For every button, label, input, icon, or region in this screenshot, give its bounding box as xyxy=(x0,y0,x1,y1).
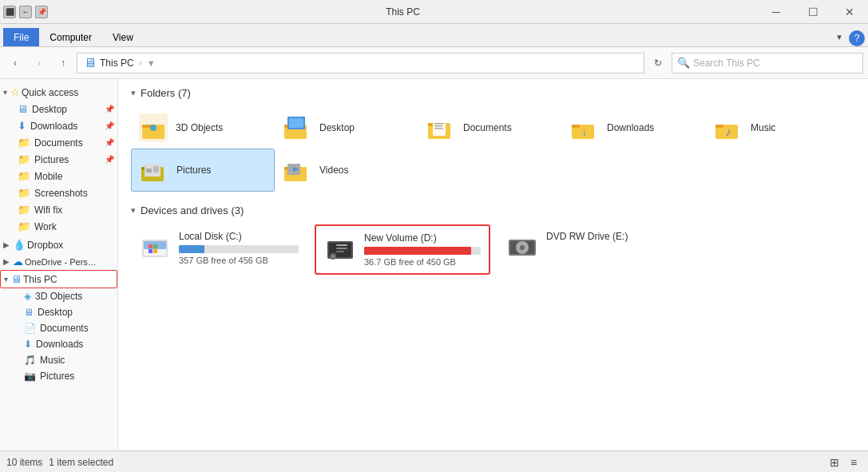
up-button[interactable]: ↑ xyxy=(53,53,73,73)
sidebar-item-pictures[interactable]: 📁 Pictures 📌 xyxy=(0,151,117,168)
folder-3dobjects[interactable]: 3D Objects xyxy=(131,107,275,149)
folder-documents[interactable]: Documents xyxy=(418,107,562,149)
sidebar-item-downloads[interactable]: ⬇ Downloads 📌 xyxy=(0,117,117,134)
sidebar-wififix-label: Wifi fix xyxy=(34,204,62,216)
ribbon-collapse-button[interactable]: ▼ xyxy=(830,27,849,46)
sidebar-item-music2[interactable]: 🎵 Music xyxy=(0,352,117,368)
drive-d-info: New Volume (D:) 36.7 GB free of 450 GB xyxy=(364,232,481,267)
sidebar-item-mobile[interactable]: 📁 Mobile xyxy=(0,168,117,184)
sidebar-item-documents2[interactable]: 📄 Documents xyxy=(0,320,117,336)
work-icon: 📁 xyxy=(18,220,30,232)
videos-folder-label: Videos xyxy=(319,165,348,176)
address-separator: › xyxy=(139,58,142,69)
close-button[interactable]: ✕ xyxy=(831,0,868,24)
folder-pictures[interactable]: Pictures xyxy=(131,149,275,192)
grid-view-button[interactable]: ⊞ xyxy=(826,454,842,470)
sidebar-documents2-label: Documents xyxy=(40,323,89,334)
sidebar-quickaccess-header[interactable]: ▾ ☆ Quick access xyxy=(0,84,117,101)
pictures-pin-icon: 📌 xyxy=(105,155,114,164)
onedrive-chevron: ▶ xyxy=(3,257,10,266)
thispc-chevron: ▾ xyxy=(4,275,8,284)
svg-text:↓: ↓ xyxy=(582,125,588,138)
folder-videos[interactable]: Videos xyxy=(275,149,418,192)
sidebar-onedrive-label: OneDrive - Person xyxy=(25,257,97,267)
drive-d-name: New Volume (D:) xyxy=(364,232,481,244)
pin-icon-title[interactable]: 📌 xyxy=(35,6,48,18)
svg-rect-33 xyxy=(153,244,157,248)
tab-view[interactable]: View xyxy=(102,28,144,46)
svg-rect-42 xyxy=(336,251,344,252)
window-controls: ─ ☐ ✕ xyxy=(758,0,868,24)
dropbox-chevron: ▶ xyxy=(3,240,10,249)
music2-sidebar-icon: 🎵 xyxy=(24,355,36,366)
drive-d[interactable]: New Volume (D:) 36.7 GB free of 450 GB xyxy=(315,224,490,275)
back-icon-title[interactable]: ← xyxy=(19,6,32,18)
drive-c-bar-bg xyxy=(179,245,299,253)
downloads2-sidebar-icon: ⬇ xyxy=(24,339,32,350)
pictures-icon: 📁 xyxy=(18,153,30,165)
svg-rect-40 xyxy=(336,244,347,246)
tab-computer[interactable]: Computer xyxy=(39,28,102,46)
sidebar-item-wififix[interactable]: 📁 Wifi fix xyxy=(0,201,117,218)
help-button[interactable]: ? xyxy=(849,30,865,46)
sidebar-item-screenshots[interactable]: 📁 Screenshots xyxy=(0,184,117,201)
folder-desktop[interactable]: Desktop xyxy=(275,107,418,149)
drive-c[interactable]: Local Disk (C:) 357 GB free of 456 GB xyxy=(131,224,307,275)
onedrive-icon: ☁ xyxy=(13,256,23,268)
mobile-icon: 📁 xyxy=(18,170,30,182)
documents-folder-icon xyxy=(425,112,457,144)
sidebar-dropbox-header[interactable]: ▶ 💧 Dropbox xyxy=(0,236,117,253)
folder-downloads[interactable]: ↓ Downloads xyxy=(562,107,706,149)
drive-e-icon: DVD xyxy=(506,231,538,263)
address-field[interactable]: 🖥 This PC › ▼ xyxy=(77,53,644,73)
sidebar-item-pictures2[interactable]: 📷 Pictures xyxy=(0,368,117,384)
svg-rect-23 xyxy=(146,169,152,173)
folders-chevron-icon: ▾ xyxy=(131,88,136,98)
svg-rect-34 xyxy=(149,249,153,253)
list-view-button[interactable]: ≡ xyxy=(846,454,862,470)
drives-grid: Local Disk (C:) 357 GB free of 456 GB xyxy=(131,224,855,280)
forward-button[interactable]: › xyxy=(29,53,50,73)
drive-d-icon xyxy=(324,232,356,264)
drives-section-header[interactable]: ▾ Devices and drives (3) xyxy=(131,204,855,216)
minimize-button[interactable]: ─ xyxy=(758,0,795,24)
desktop-pin-icon: 📌 xyxy=(105,105,114,113)
svg-rect-18 xyxy=(715,125,723,128)
sidebar-item-3dobjects[interactable]: ◈ 3D Objects xyxy=(0,288,117,304)
drive-e[interactable]: DVD DVD RW Drive (E:) xyxy=(498,224,674,275)
sidebar-screenshots-label: Screenshots xyxy=(34,188,88,199)
sidebar-downloads-label: Downloads xyxy=(30,121,77,132)
back-button[interactable]: ‹ xyxy=(5,53,26,73)
sidebar-item-documents[interactable]: 📁 Documents 📌 xyxy=(0,134,117,151)
address-chevron-down: ▼ xyxy=(147,58,156,68)
tab-file[interactable]: File xyxy=(3,28,39,46)
documents2-sidebar-icon: 📄 xyxy=(24,323,36,334)
main-area: ▾ ☆ Quick access 🖥 Desktop 📌 ⬇ Downloads… xyxy=(0,79,868,450)
sidebar-item-downloads2[interactable]: ⬇ Downloads xyxy=(0,336,117,352)
folders-section-header[interactable]: ▾ Folders (7) xyxy=(131,87,855,99)
drive-d-free: 36.7 GB free of 450 GB xyxy=(364,257,481,267)
folders-grid: 3D Objects Desktop xyxy=(131,107,855,192)
maximize-button[interactable]: ☐ xyxy=(795,0,831,24)
sidebar-desktop2-label: Desktop xyxy=(38,307,73,318)
folder-music[interactable]: ♪ Music xyxy=(706,107,850,149)
3dobjects-folder-icon xyxy=(137,112,169,144)
sidebar-music2-label: Music xyxy=(40,355,65,366)
pictures-folder-label: Pictures xyxy=(176,165,211,176)
quick-access-icon[interactable]: ⬛ xyxy=(3,6,16,18)
sidebar-documents-label: Documents xyxy=(34,137,83,149)
refresh-button[interactable]: ↻ xyxy=(648,53,668,73)
sidebar-onedrive-header[interactable]: ▶ ☁ OneDrive - Person xyxy=(0,253,117,270)
sidebar-item-desktop[interactable]: 🖥 Desktop 📌 xyxy=(0,101,117,117)
pictures2-sidebar-icon: 📷 xyxy=(24,371,36,382)
sidebar-item-desktop2[interactable]: 🖥 Desktop xyxy=(0,304,117,320)
drives-section-label: Devices and drives (3) xyxy=(141,204,244,216)
folders-section-label: Folders (7) xyxy=(141,87,191,99)
search-field[interactable]: 🔍 Search This PC xyxy=(672,53,863,73)
sidebar-thispc-header[interactable]: ▾ 🖥 This PC xyxy=(0,270,117,288)
sidebar-item-work[interactable]: 📁 Work xyxy=(0,218,117,235)
sidebar-section-quickaccess: ▾ ☆ Quick access 🖥 Desktop 📌 ⬇ Downloads… xyxy=(0,84,117,235)
svg-rect-35 xyxy=(153,249,157,253)
window-title: This PC xyxy=(48,6,758,18)
music-folder-icon: ♪ xyxy=(712,112,744,144)
